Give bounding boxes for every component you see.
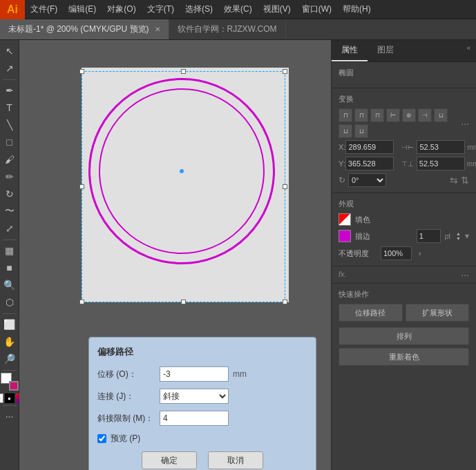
more-tools[interactable]: ··· — [1, 408, 18, 424]
toolbar-divider-3 — [3, 313, 17, 314]
scale-tool[interactable]: ⤢ — [1, 220, 18, 237]
width-input[interactable] — [417, 140, 465, 154]
blend-tool[interactable]: ⬡ — [1, 294, 18, 311]
line-tool[interactable]: ╲ — [1, 117, 18, 133]
left-toolbar: ↖ ↗ ✒ T ╲ □ 🖌 ✏ ↻ 〜 ⤢ ▦ ■ 🔍 ⬡ ⬜ ✋ 🔎 ∅ ● … — [0, 40, 19, 470]
cancel-button[interactable]: 取消 — [208, 451, 263, 469]
height-unit: mm — [467, 160, 476, 168]
align-br[interactable]: ⊔ — [354, 124, 368, 138]
gradient-tool[interactable]: ■ — [1, 260, 18, 276]
menu-file[interactable]: 文件(F) — [25, 0, 63, 19]
tab-layers[interactable]: 图层 — [368, 40, 403, 61]
miter-label: 斜接限制 (M)： — [97, 413, 160, 424]
offset-input[interactable] — [160, 366, 229, 382]
width-icon: ⊣⊢ — [401, 144, 414, 151]
preview-checkbox[interactable] — [97, 434, 106, 443]
flip-h-icon[interactable]: ⇆ — [450, 175, 458, 186]
menu-view[interactable]: 视图(V) — [258, 0, 296, 19]
y-input[interactable] — [345, 157, 394, 170]
rotate-tool[interactable]: ↻ — [1, 186, 18, 202]
stroke-up[interactable]: ▲ — [456, 231, 461, 236]
stroke-options[interactable]: ▾ — [465, 231, 469, 241]
btn-arrange[interactable]: 排列 — [339, 327, 469, 345]
rotation-select[interactable]: 0° — [348, 173, 386, 187]
align-icons-row: ⊓ ⊓ ⊓ ⊢ ⊕ ⊣ ⊔ ⊔ ⊔ ··· — [339, 108, 469, 138]
x-input[interactable] — [345, 140, 394, 154]
graph-tool[interactable]: ▦ — [1, 242, 18, 259]
hand-tool[interactable]: ✋ — [1, 333, 18, 350]
miter-row: 斜接限制 (M)： — [97, 411, 307, 426]
paintbrush-tool[interactable]: 🖌 — [1, 151, 18, 168]
flip-v-icon[interactable]: ⇅ — [461, 175, 469, 186]
direct-select-tool[interactable]: ↗ — [1, 60, 18, 77]
zoom-tool[interactable]: 🔎 — [1, 351, 18, 367]
canvas-area[interactable]: 偏移路径 位移 (O)： mm 连接 (J)： 斜接 圆形 斜角 斜接限制 (M… — [19, 40, 331, 470]
tab-close-active[interactable]: ✕ — [155, 26, 160, 33]
color-swatches — [1, 373, 19, 391]
type-tool[interactable]: T — [1, 99, 18, 116]
dialog-buttons: 确定 取消 — [97, 451, 307, 469]
opacity-more[interactable]: › — [419, 250, 421, 257]
align-bc[interactable]: ⊔ — [339, 124, 352, 138]
menu-select[interactable]: 选择(S) — [180, 0, 218, 19]
panel-header: 属性 图层 « — [332, 40, 476, 62]
center-dot — [180, 169, 184, 173]
menu-edit[interactable]: 编辑(E) — [63, 0, 102, 19]
eyedropper-tool[interactable]: 🔍 — [1, 277, 18, 293]
select-tool[interactable]: ↖ — [1, 43, 18, 59]
transform-title: 变换 — [339, 94, 469, 104]
tab-active[interactable]: 未标题-1* @ 200% (CMYK/GPU 预览) ✕ — [0, 19, 169, 39]
menu-items: 文件(F) 编辑(E) 对象(O) 文字(T) 选择(S) 效果(C) 视图(V… — [25, 0, 377, 19]
stroke-width-input[interactable] — [417, 229, 441, 243]
menu-window[interactable]: 窗口(W) — [296, 0, 337, 19]
stroke-down[interactable]: ▼ — [456, 236, 461, 241]
fill-swatch[interactable] — [339, 213, 351, 226]
quick-actions: 快速操作 位移路径 扩展形状 排列 重新着色 — [332, 284, 476, 374]
align-tr[interactable]: ⊓ — [370, 108, 384, 122]
btn-expand-shape[interactable]: 扩展形状 — [406, 304, 470, 322]
transform-section: 变换 ⊓ ⊓ ⊓ ⊢ ⊕ ⊣ ⊔ ⊔ ⊔ ··· X: ⊣ — [332, 88, 476, 193]
align-mc[interactable]: ⊕ — [402, 108, 416, 122]
artboard-tool[interactable]: ⬜ — [1, 316, 18, 333]
menu-effect[interactable]: 效果(C) — [218, 0, 258, 19]
preview-label: 预览 (P) — [111, 433, 140, 444]
tab-inactive[interactable]: 软件自学网：RJZXW.COM — [169, 19, 286, 39]
opacity-input[interactable] — [381, 246, 412, 260]
y-row: Y: ⊤⊥ mm — [339, 157, 469, 170]
toolbar-divider-4 — [3, 370, 17, 371]
tab-properties[interactable]: 属性 — [332, 40, 368, 61]
miter-input[interactable] — [160, 411, 229, 426]
menu-help[interactable]: 帮助(H) — [337, 0, 377, 19]
appearance-section: 外观 填色 描边 pt ▲ ▼ ▾ 不透明度 › — [332, 193, 476, 266]
app-icon: Ai — [0, 0, 25, 19]
stroke-color-box[interactable] — [9, 381, 19, 391]
no-fill-icon[interactable]: ∅ — [0, 393, 3, 403]
preview-row: 预览 (P) — [97, 433, 307, 444]
align-mr[interactable]: ⊣ — [418, 108, 432, 122]
warp-tool[interactable]: 〜 — [1, 203, 18, 219]
color-icon[interactable]: ● — [5, 393, 15, 403]
fill-label: 填色 — [355, 215, 469, 225]
toolbar-divider-2 — [3, 239, 17, 240]
join-select[interactable]: 斜接 圆形 斜角 — [160, 389, 229, 404]
stroke-swatch[interactable] — [339, 230, 351, 242]
transform-more[interactable]: ··· — [461, 118, 469, 129]
rect-tool[interactable]: □ — [1, 134, 18, 150]
panel-collapse-btn[interactable]: « — [461, 40, 476, 61]
menu-object[interactable]: 对象(O) — [102, 0, 141, 19]
pencil-tool[interactable]: ✏ — [1, 168, 18, 185]
pen-tool[interactable]: ✒ — [1, 82, 18, 99]
menu-type[interactable]: 文字(T) — [142, 0, 180, 19]
btn-offset-path[interactable]: 位移路径 — [339, 304, 403, 322]
appearance-more[interactable]: ··· — [461, 269, 469, 280]
height-input[interactable] — [417, 157, 465, 170]
shape-section: 椭圆 — [332, 62, 476, 88]
x-row: X: ⊣⊢ mm 🔒 — [339, 140, 469, 154]
align-bl[interactable]: ⊔ — [434, 108, 448, 122]
rotation-row: ↻ 0° ⇆ ⇅ — [339, 173, 469, 187]
align-tl[interactable]: ⊓ — [339, 108, 352, 122]
confirm-button[interactable]: 确定 — [142, 451, 197, 469]
btn-recolor[interactable]: 重新着色 — [339, 348, 469, 366]
align-tc[interactable]: ⊓ — [354, 108, 368, 122]
align-ml[interactable]: ⊢ — [386, 108, 400, 122]
